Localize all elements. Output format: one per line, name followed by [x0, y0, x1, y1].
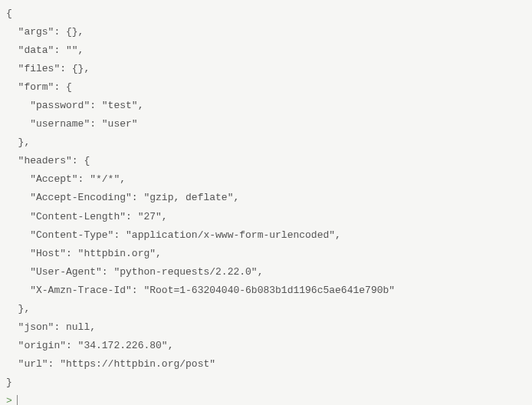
code-output: { "args": {}, "data": "", "files": {}, "… — [6, 5, 526, 392]
prompt-symbol: > — [6, 392, 12, 405]
cursor-icon — [17, 395, 18, 405]
prompt-line[interactable]: > — [6, 392, 526, 405]
